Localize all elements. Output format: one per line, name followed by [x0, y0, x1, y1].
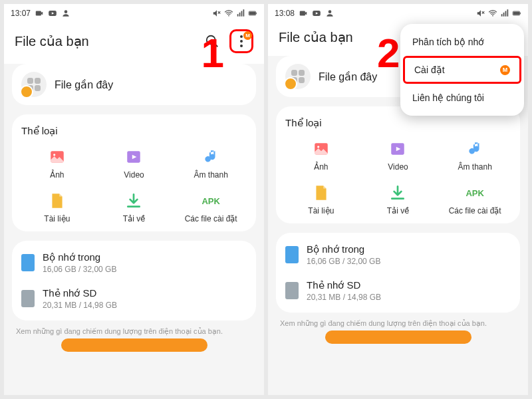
status-left: 13:07 [11, 9, 70, 18]
category-apk[interactable]: APK Các file cài đặt [439, 184, 511, 215]
mute-icon [476, 9, 485, 18]
settings-badge: M [500, 65, 510, 75]
category-downloads[interactable]: Tải về [98, 192, 170, 223]
status-time: 13:07 [11, 9, 31, 18]
svg-rect-6 [237, 14, 239, 17]
header: File của bạn M [4, 23, 264, 64]
storage-card: Bộ nhớ trong 16,06 GB / 32,00 GB Thẻ nhớ… [276, 233, 520, 313]
svg-rect-29 [503, 13, 505, 17]
page-title: File của bạn [15, 33, 89, 49]
recent-icon [21, 72, 47, 97]
document-icon [48, 192, 66, 210]
more-icon [240, 35, 243, 47]
footer-text: Xem những gì đang chiếm dung lượng trên … [268, 319, 528, 331]
signal-icon [500, 9, 509, 18]
sd-sub: 20,31 MB / 14,98 GB [43, 301, 117, 310]
status-right [212, 9, 257, 18]
categories-title: Thể loại [285, 117, 511, 129]
overflow-menu: Phân tích bộ nhớ Cài đặt M Liên hệ chúng… [400, 24, 524, 116]
svg-rect-7 [239, 13, 241, 17]
category-images[interactable]: Ảnh [285, 140, 357, 172]
wifi-icon [224, 9, 233, 18]
storage-internal[interactable]: Bộ nhớ trong 16,06 GB / 32,00 GB [285, 243, 511, 266]
storage-sd[interactable]: Thẻ nhớ SD 20,31 MB / 14,98 GB [285, 279, 511, 302]
step-indicator-1: 1 [201, 29, 224, 76]
analyze-button[interactable] [325, 331, 471, 344]
internal-storage-icon [21, 254, 35, 271]
apk-icon: APK [201, 192, 220, 210]
camera-icon [35, 9, 44, 18]
recent-label: File gần đây [55, 78, 113, 91]
page-title: File của bạn [279, 29, 353, 45]
svg-rect-28 [501, 14, 503, 17]
camera-icon [299, 9, 308, 18]
image-icon [312, 140, 331, 158]
menu-settings[interactable]: Cài đặt M [403, 56, 521, 84]
svg-rect-33 [513, 12, 519, 15]
category-audio[interactable]: Âm thanh [439, 140, 511, 172]
youtube-icon [48, 9, 57, 18]
recent-label: File gần đây [319, 70, 377, 83]
svg-point-24 [329, 10, 332, 13]
sd-title: Thẻ nhớ SD [307, 279, 381, 291]
audio-icon [201, 148, 220, 166]
svg-rect-31 [507, 9, 509, 17]
category-video[interactable]: Video [98, 148, 170, 180]
internal-title: Bộ nhớ trong [307, 243, 380, 255]
sd-card-icon [285, 282, 299, 299]
download-icon [388, 184, 407, 202]
storage-internal[interactable]: Bộ nhớ trong 16,06 GB / 32,00 GB [21, 251, 247, 274]
category-documents[interactable]: Tài liệu [285, 184, 357, 215]
analyze-button[interactable] [61, 338, 207, 352]
svg-point-36 [317, 146, 319, 148]
category-apk[interactable]: APK Các file cài đặt [175, 192, 247, 223]
status-bar: 13:08 [268, 4, 528, 23]
youtube-icon [312, 9, 321, 18]
storage-card: Bộ nhớ trong 16,06 GB / 32,00 GB Thẻ nhớ… [12, 241, 256, 321]
apk-icon: APK [466, 184, 484, 202]
category-documents[interactable]: Tài liệu [21, 192, 93, 223]
category-downloads[interactable]: Tải về [362, 184, 434, 215]
categories-grid: Ảnh Video Âm thanh Tài liệu Tải về APK C… [285, 140, 511, 215]
internal-storage-icon [285, 246, 299, 263]
svg-rect-22 [300, 11, 305, 16]
svg-point-19 [53, 154, 55, 156]
svg-point-2 [65, 10, 68, 13]
download-icon [124, 192, 143, 210]
document-icon [312, 184, 331, 202]
internal-title: Bộ nhớ trong [43, 251, 116, 263]
svg-rect-9 [243, 9, 245, 17]
categories-card: Thể loại Ảnh Video Âm thanh Tài liệu Tải… [12, 114, 256, 231]
svg-rect-8 [241, 11, 243, 17]
internal-sub: 16,06 GB / 32,00 GB [307, 257, 380, 266]
categories-card: Thể loại Ảnh Video Âm thanh Tài liệu Tải… [276, 106, 520, 223]
category-audio[interactable]: Âm thanh [175, 148, 247, 180]
svg-rect-0 [36, 11, 41, 16]
categories-title: Thể loại [21, 125, 247, 137]
sd-sub: 20,31 MB / 14,98 GB [307, 293, 381, 302]
more-button[interactable]: M [233, 33, 249, 49]
person-icon [325, 9, 334, 18]
svg-point-27 [492, 15, 493, 17]
image-icon [48, 148, 66, 166]
mute-icon [212, 9, 221, 18]
more-badge: M [243, 31, 252, 40]
categories-grid: Ảnh Video Âm thanh Tài liệu Tải về APK C… [21, 148, 247, 223]
svg-point-15 [240, 35, 243, 38]
storage-sd[interactable]: Thẻ nhớ SD 20,31 MB / 14,98 GB [21, 287, 247, 310]
status-left: 13:08 [275, 9, 334, 18]
person-icon [61, 9, 70, 18]
recent-icon [285, 64, 311, 89]
svg-rect-11 [249, 12, 255, 15]
footer-text: Xem những gì đang chiếm dung lượng trên … [4, 327, 264, 338]
menu-contact[interactable]: Liên hệ chúng tôi [400, 84, 524, 112]
category-images[interactable]: Ảnh [21, 148, 93, 180]
status-right [476, 9, 521, 18]
wifi-icon [488, 9, 497, 18]
battery-icon [248, 9, 257, 18]
menu-analyze[interactable]: Phân tích bộ nhớ [400, 28, 524, 56]
category-video[interactable]: Video [362, 140, 434, 172]
svg-point-5 [228, 15, 229, 17]
video-icon [124, 148, 143, 166]
signal-icon [236, 9, 245, 18]
